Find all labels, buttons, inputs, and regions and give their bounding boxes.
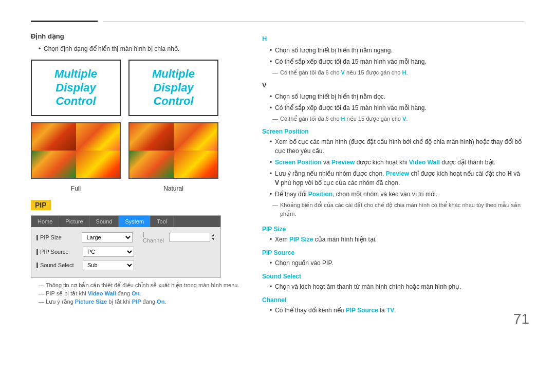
grid-cell-3n: [130, 151, 174, 178]
pip-sound-bar: [36, 263, 38, 268]
top-line: [31, 21, 524, 22]
pip-body: PIP Size Large Medium Small | Channel ▲: [31, 227, 220, 277]
pip-source-bullet: Chọn nguồn vào PIP.: [270, 258, 524, 268]
dinh-dang-bullet1: Chọn định dạng để hiển thị màn hình bị c…: [39, 44, 247, 53]
pip-source-select[interactable]: PC HDMI TV: [83, 247, 134, 257]
sp-note: Khoảng biến đổi của các cài đặt cho chế …: [272, 201, 524, 218]
display-text-1: MultipleDisplayControl: [54, 67, 97, 108]
grid-natural: [130, 123, 217, 178]
label-row: Full Natural: [31, 185, 247, 192]
sp-bullet3: Lưu ý rằng nếu nhiều nhóm được chọn, Pre…: [270, 169, 524, 188]
pip-label: PIP: [31, 200, 51, 210]
top-line-light: [103, 21, 524, 22]
page-container: Định dạng Chọn định dạng để hiển thị màn…: [0, 0, 555, 338]
main-content: Định dạng Chọn định dạng để hiển thị màn…: [31, 32, 524, 317]
grid-cell-1n: [130, 123, 174, 151]
display-box-2: MultipleDisplayControl: [128, 60, 218, 116]
pip-tab-picture[interactable]: Picture: [59, 216, 89, 227]
grid-full: [32, 123, 120, 178]
pip-size-title: PIP Size: [262, 226, 524, 233]
h-bullet2: Có thể sắp xếp được tối đa 15 màn hình v…: [270, 57, 524, 66]
display-box-1: MultipleDisplayControl: [31, 60, 121, 116]
flower-grid-full: [31, 122, 121, 179]
pip-note2: — PIP sẽ bị tắt khi Video Wall đang On.: [39, 290, 247, 297]
pip-note3: — Lưu ý rằng Picture Size bị tắt khi PIP…: [39, 298, 247, 305]
pip-note1: — Thông tin cơ bản cần thiết để điều chỉ…: [39, 282, 247, 289]
label-natural: Natural: [128, 185, 218, 192]
label-full: Full: [31, 185, 121, 192]
pip-channel-input[interactable]: [169, 233, 210, 242]
pip-source-row: PIP Source PC HDMI TV: [36, 247, 215, 257]
screen-position-title: Screen Position: [262, 128, 524, 135]
pip-sound-select[interactable]: Sub Main: [83, 260, 134, 270]
pip-tab-bar: Home Picture Sound System Tool: [31, 216, 220, 227]
grid-cell-2n: [174, 123, 218, 151]
pip-tab-system[interactable]: System: [119, 216, 151, 227]
sound-select-title: Sound Select: [262, 273, 524, 280]
pip-tab-tool[interactable]: Tool: [151, 216, 174, 227]
pip-channel-label: | Channel: [143, 231, 166, 244]
pip-ui: Home Picture Sound System Tool PIP Size: [31, 215, 221, 278]
display-text-2: MultipleDisplayControl: [152, 67, 195, 108]
pip-source-bar: [36, 249, 38, 255]
top-line-dark: [31, 21, 98, 22]
pip-size-select[interactable]: Large Medium Small: [82, 232, 132, 242]
dinh-dang-title: Định dạng: [31, 32, 247, 40]
v-bullet1: Chọn số lượng thiết bị hiển thị nằm dọc.: [270, 92, 524, 101]
grid-cell-2: [76, 123, 120, 151]
flower-grid-natural: [128, 122, 218, 179]
grid-cell-4: [76, 151, 120, 178]
pip-tab-sound[interactable]: Sound: [90, 216, 119, 227]
pip-source-title: PIP Source: [262, 249, 524, 256]
sp-bullet2: Screen Position và Preview được kích hoạ…: [270, 158, 524, 167]
channel-title: Channel: [262, 296, 524, 304]
v-title: V: [262, 81, 524, 89]
pip-tab-home[interactable]: Home: [31, 216, 59, 227]
page-number: 71: [513, 311, 529, 327]
sound-select-bullet: Chọn và kích hoạt âm thanh từ màn hình c…: [270, 282, 524, 291]
pip-section: PIP Home Picture Sound System Tool: [31, 200, 247, 305]
pip-sound-row: Sound Select Sub Main: [36, 260, 215, 270]
pip-sound-label: Sound Select: [36, 262, 83, 269]
flower-images-row: [31, 122, 247, 179]
pip-size-row: PIP Size Large Medium Small | Channel ▲: [36, 231, 215, 244]
h-bullet1: Chọn số lượng thiết bị hiển thị nằm ngan…: [270, 46, 524, 55]
pip-source-label: PIP Source: [36, 249, 83, 255]
v-note: Có thể gán tối đa 6 cho H nếu 15 được gá…: [272, 115, 524, 123]
display-images-row: MultipleDisplayControl MultipleDisplayCo…: [31, 60, 247, 116]
pip-channel-spin[interactable]: ▲ ▼: [211, 233, 215, 241]
grid-cell-4n: [174, 151, 218, 178]
pip-size-bullet: Xem PIP Size của màn hình hiện tại.: [270, 235, 524, 244]
channel-bullet: Có thể thay đổi kênh nếu PIP Source là T…: [270, 306, 524, 315]
spin-down[interactable]: ▼: [211, 237, 215, 241]
v-bullet2: Có thể sắp xếp được tối đa 15 màn hình v…: [270, 103, 524, 113]
pip-size-bar: [36, 235, 38, 240]
pip-size-label: PIP Size: [36, 234, 82, 241]
sp-bullet1: Xem bố cục các màn hình (được đặt cấu hì…: [270, 137, 524, 156]
sp-bullet4: Để thay đổi Position, chọn một nhóm và k…: [270, 190, 524, 199]
h-note: Có thể gán tối đa 6 cho V nếu 15 được gá…: [272, 68, 524, 77]
grid-cell-1: [32, 123, 76, 151]
h-title: H: [262, 35, 524, 43]
right-column: H Chọn số lượng thiết bị hiển thị nằm ng…: [262, 32, 524, 317]
left-column: Định dạng Chọn định dạng để hiển thị màn…: [31, 32, 247, 317]
grid-cell-3: [32, 151, 76, 178]
